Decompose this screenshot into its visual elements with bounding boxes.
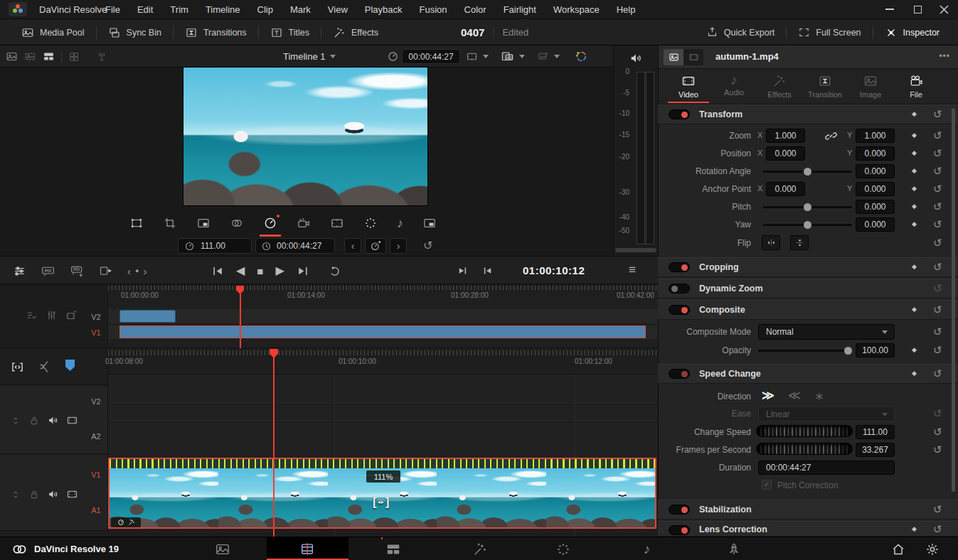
change-speed-input[interactable]: 111.00	[856, 425, 895, 439]
keyframe-diamond-icon[interactable]: ◆	[912, 111, 917, 117]
section-lens-correction-header[interactable]: Lens Correction ◆ ↺	[658, 521, 958, 537]
mini-clip-v2[interactable]	[119, 310, 176, 323]
track-a2-label[interactable]: A2	[85, 432, 107, 441]
section-dynamic-zoom-header[interactable]: Dynamic Zoom ↺	[658, 279, 958, 298]
playhead-line[interactable]	[273, 349, 275, 537]
link-icon[interactable]	[825, 130, 837, 142]
chevron-down-icon[interactable]	[519, 55, 525, 58]
meter-scrollbar[interactable]	[615, 248, 656, 252]
tool-lens-icon[interactable]	[330, 216, 344, 230]
page-edit-icon[interactable]	[385, 542, 401, 557]
inspector-scrollbar[interactable]	[952, 108, 955, 492]
menu-color[interactable]: Color	[464, 4, 486, 15]
proxy-quality-icon[interactable]	[501, 50, 514, 63]
pitch-input[interactable]: 0.000	[856, 200, 895, 214]
chevron-down-icon[interactable]	[483, 55, 489, 58]
section-stabilization-header[interactable]: Stabilization ↺	[658, 500, 958, 519]
trim-right-icon[interactable]: ›	[143, 266, 147, 276]
loop-icon[interactable]	[328, 264, 341, 278]
row-reset-icon[interactable]: ↺	[933, 219, 942, 230]
source-overwrite-icon[interactable]	[99, 264, 113, 278]
cropping-toggle[interactable]	[669, 262, 690, 272]
go-to-start-icon[interactable]	[211, 264, 224, 278]
enhance-image-icon[interactable]	[537, 50, 549, 63]
poi-add-icon[interactable]	[70, 264, 85, 279]
tool-audio-icon[interactable]: ♪	[397, 217, 403, 230]
fps-input[interactable]: 33.267	[856, 443, 895, 457]
stop-icon[interactable]: ■	[257, 266, 263, 276]
section-composite-header[interactable]: Composite ◆ ↺	[658, 300, 958, 320]
inspector-button[interactable]: Inspector	[873, 26, 951, 39]
tab-transition[interactable]: Transition	[802, 69, 848, 103]
track-v2-label[interactable]: V2	[85, 397, 107, 406]
inspector-target-toggle[interactable]	[664, 49, 703, 65]
broadcast-icon[interactable]	[96, 51, 107, 63]
filmstrip-icon[interactable]	[66, 488, 78, 500]
menu-view[interactable]: View	[328, 4, 348, 15]
filmstrip-icon[interactable]	[66, 414, 78, 426]
section-transform-header[interactable]: Transform ◆ ↺	[658, 104, 958, 124]
section-reset-icon[interactable]: ↺	[933, 304, 942, 315]
timeline-timecode[interactable]: 01:00:10:12	[523, 264, 585, 276]
tool-transform-icon[interactable]	[129, 216, 144, 230]
app-menu-title[interactable]: DaVinci Resolve	[39, 4, 107, 15]
menu-help[interactable]: Help	[617, 4, 636, 15]
keyframe-diamond-icon[interactable]: ◆	[912, 264, 917, 270]
timeline-inspect-cell[interactable]	[683, 49, 703, 65]
window-close-button[interactable]	[940, 5, 949, 14]
tab-image[interactable]: Image	[848, 69, 893, 103]
timeline-clip-selected[interactable]: 111% [ ◂▸ ]	[108, 458, 656, 529]
row-reset-icon[interactable]: ↺	[933, 183, 942, 194]
quick-export-button[interactable]: Quick Export	[695, 26, 787, 38]
row-reset-icon[interactable]: ↺	[933, 237, 942, 248]
section-cropping-header[interactable]: Cropping ◆ ↺	[658, 257, 958, 277]
mini-playhead-line[interactable]	[240, 286, 241, 348]
snapping-shield-icon[interactable]	[65, 360, 75, 371]
keyframe-diamond-icon[interactable]: ◆	[912, 526, 917, 532]
timeline-mixer-icon[interactable]	[46, 309, 58, 321]
menu-trim[interactable]: Trim	[170, 4, 188, 15]
tab-file[interactable]: File	[893, 69, 939, 103]
window-minimize-button[interactable]	[885, 9, 894, 10]
zoom-y-input[interactable]: 1.000	[856, 129, 895, 143]
speaker-icon[interactable]	[47, 414, 59, 426]
keyframe-diamond-icon[interactable]: ◆	[912, 347, 917, 353]
opacity-input[interactable]: 100.00	[856, 343, 895, 357]
row-reset-icon[interactable]: ↺	[933, 148, 942, 158]
section-reset-icon[interactable]: ↺	[933, 504, 942, 515]
tool-stabilize-icon[interactable]	[297, 216, 311, 230]
rotation-input[interactable]: 0.000	[856, 164, 895, 178]
tab-video[interactable]: Video	[666, 69, 711, 103]
dynamic-zoom-toggle[interactable]	[669, 284, 690, 294]
composite-toggle[interactable]	[669, 305, 690, 315]
lock-icon[interactable]	[28, 489, 40, 500]
composite-mode-select[interactable]: Normal	[758, 324, 895, 340]
menu-playback[interactable]: Playback	[365, 4, 403, 15]
mini-clip-v1-selected[interactable]	[119, 325, 646, 338]
rotation-slider[interactable]	[763, 166, 852, 177]
flip-vertical-button[interactable]	[790, 235, 809, 250]
keyframe-diamond-icon[interactable]: ◆	[912, 168, 917, 174]
play-reverse-icon[interactable]: ◀	[236, 265, 245, 276]
media-pool-button[interactable]: Media Pool	[10, 26, 96, 39]
position-x-input[interactable]: 0.000	[766, 146, 805, 161]
page-deliver-icon[interactable]	[726, 542, 742, 557]
row-reset-icon[interactable]: ↺	[933, 326, 942, 337]
razor-icon[interactable]	[37, 360, 51, 374]
window-maximize-button[interactable]	[914, 6, 922, 14]
direction-forward-icon[interactable]: ≫	[762, 389, 775, 402]
page-fairlight-icon[interactable]: ♪	[644, 542, 651, 556]
timeline-selector[interactable]: Timeline 1	[283, 45, 336, 68]
keyframe-diamond-icon[interactable]: ◆	[912, 370, 917, 377]
trim-dot-icon[interactable]: ●	[135, 268, 139, 274]
keyframe-diamond-icon[interactable]: ◆	[912, 150, 917, 156]
play-from-in-icon[interactable]	[481, 264, 494, 277]
section-reset-icon[interactable]: ↺	[933, 262, 942, 272]
play-icon[interactable]: ▶	[275, 265, 284, 276]
viewer-timecode-field[interactable]: 00:00:44:27	[402, 49, 460, 64]
position-y-input[interactable]: 0.000	[856, 146, 895, 161]
section-reset-icon[interactable]: ↺	[933, 109, 942, 119]
row-reset-icon[interactable]: ↺	[933, 444, 942, 455]
track-v1-label[interactable]: V1	[85, 470, 107, 479]
full-screen-button[interactable]: Full Screen	[787, 26, 872, 38]
